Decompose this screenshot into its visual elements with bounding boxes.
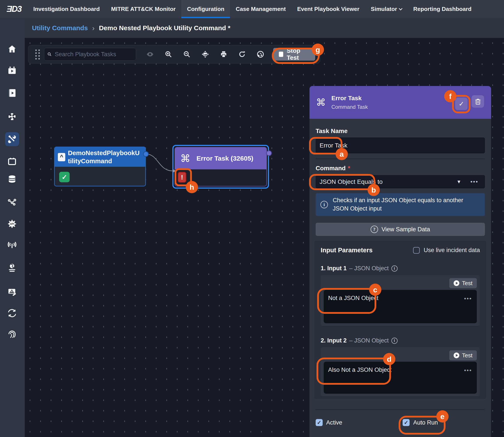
annotation-box-b [309, 174, 375, 190]
nav-investigation-dashboard[interactable]: Investigation Dashboard [28, 0, 105, 18]
print-icon[interactable] [220, 50, 227, 58]
panel-title: Error Task [331, 95, 368, 102]
command-icon: ⌘ [316, 98, 326, 107]
annotation-badge-e: e [436, 410, 449, 423]
breadcrumb-chevron-icon: › [92, 24, 95, 32]
node2-header: ⌘ Error Task (32605) [175, 148, 266, 169]
trash-icon [475, 98, 481, 105]
left-sidebar: API [0, 18, 25, 437]
info-icon[interactable]: i [391, 265, 398, 272]
info-icon: i [320, 201, 328, 208]
annotation-box-c [317, 288, 376, 314]
sidebar-fingerprint-icon[interactable] [5, 327, 19, 341]
page-title: Demo Nested Playbook Utility Command * [99, 24, 230, 32]
node-demo-nested-playbook-utility-command[interactable]: ^ DemoNestedPlaybookUtilityCommand ✓ [54, 147, 146, 187]
node2-output-port[interactable] [266, 150, 272, 156]
panel-subtitle: Command Task [331, 104, 368, 110]
param1-more-icon[interactable]: ••• [464, 295, 472, 302]
sidebar-playbook-schedule-icon[interactable] [5, 63, 19, 78]
nav-reporting-dashboard[interactable]: Reporting Dashboard [408, 0, 477, 18]
annotation-badge-c: c [369, 284, 381, 296]
sidebar-playbook-library-icon[interactable] [5, 86, 19, 100]
param2-more-icon[interactable]: ••• [464, 367, 472, 374]
param1-test-button[interactable]: Test [449, 278, 477, 288]
view-sample-data-label: View Sample Data [381, 226, 430, 233]
param2-test-button[interactable]: Test [449, 350, 477, 360]
search-icon [47, 51, 52, 58]
nav-case-management[interactable]: Case Management [230, 0, 291, 18]
breadcrumb-utility-commands-link[interactable]: Utility Commands [32, 24, 88, 32]
sidebar-incident-report-icon[interactable] [5, 285, 19, 299]
node1-output-port[interactable] [143, 151, 149, 157]
divider [316, 409, 485, 410]
required-asterisk: * [348, 165, 350, 172]
sidebar-home-icon[interactable] [5, 42, 19, 56]
annotation-box-d [317, 358, 391, 385]
sidebar-integrations-icon[interactable] [5, 110, 19, 124]
nav-simulator-label: Simulator [371, 6, 397, 12]
use-live-incident-data-checkbox[interactable] [413, 247, 420, 254]
command-description-text: Checks if an input JSON Object equals to… [333, 196, 480, 213]
success-status-icon: ✓ [59, 172, 70, 182]
info-icon[interactable]: i [391, 338, 398, 344]
nav-simulator[interactable]: Simulator [365, 0, 408, 18]
eye-icon[interactable] [146, 50, 154, 58]
sidebar-connections-icon[interactable] [5, 195, 19, 209]
question-icon: ? [370, 226, 378, 233]
param1-label: 1. Input 1 – JSON Object i [321, 265, 398, 272]
view-sample-data-button[interactable]: ? View Sample Data [316, 223, 485, 236]
active-toggle[interactable]: ✓ Active [316, 419, 342, 426]
node2-title: Error Task (32605) [196, 155, 253, 162]
sidebar-utility-commands-icon[interactable] [5, 132, 19, 146]
zoom-out-icon[interactable] [183, 50, 191, 58]
delete-task-button[interactable] [472, 95, 484, 108]
play-icon [454, 353, 459, 358]
annotation-badge-b: b [368, 184, 380, 196]
sidebar-web-services-icon[interactable] [5, 261, 19, 275]
input-parameters-title: Input Parameters [321, 247, 373, 254]
annotation-badge-h: h [186, 181, 198, 193]
nav-mitre-attck-monitor[interactable]: MITRE ATT&CK Monitor [105, 0, 181, 18]
node1-header: ^ DemoNestedPlaybookUtilityCommand [55, 147, 145, 167]
sidebar-sync-icon[interactable] [5, 306, 19, 320]
refresh-icon[interactable] [238, 50, 246, 58]
caret-down-icon[interactable]: ▼ [456, 179, 461, 185]
annotation-badge-f: f [444, 90, 456, 102]
sidebar-api-settings-icon[interactable]: API [5, 217, 19, 231]
active-label: Active [326, 419, 342, 426]
command-label: Command* [316, 165, 350, 172]
sidebar-data-management-icon[interactable] [5, 172, 19, 186]
annotation-badge-g: g [312, 44, 324, 56]
command-more-icon[interactable]: ••• [471, 178, 478, 185]
test-label: Test [462, 352, 473, 359]
svg-text:API: API [10, 223, 14, 225]
task-name-label: Task Name [316, 128, 348, 135]
play-icon [454, 280, 459, 286]
zoom-in-icon[interactable] [165, 50, 172, 58]
fit-to-screen-icon[interactable] [201, 50, 209, 58]
command-description: i Checks if an input JSON Object equals … [316, 193, 485, 216]
top-nav: ƎD3 Investigation Dashboard MITRE ATT&CK… [0, 0, 504, 18]
command-icon: ⌘ [180, 153, 190, 163]
app-window: ƎD3 Investigation Dashboard MITRE ATT&CK… [0, 0, 504, 437]
nested-playbook-icon: ^ [58, 153, 65, 161]
annotation-badge-a: a [336, 148, 348, 160]
chevron-down-icon [399, 7, 402, 10]
globe-icon[interactable] [257, 50, 264, 58]
search-playbook-tasks [44, 48, 136, 61]
breadcrumb: Utility Commands › Demo Nested Playbook … [25, 18, 504, 38]
sidebar-calendar-icon[interactable] [5, 155, 19, 169]
d3-logo[interactable]: ƎD3 [0, 0, 28, 18]
param2-label: 2. Input 2 – JSON Object i [321, 337, 398, 344]
test-label: Test [462, 280, 473, 287]
active-checkbox[interactable]: ✓ [316, 419, 323, 426]
sidebar-broadcast-icon[interactable] [5, 238, 19, 252]
search-input[interactable] [54, 51, 133, 58]
drag-handle-icon[interactable] [35, 49, 40, 59]
nav-event-playbook-viewer[interactable]: Event Playbook Viewer [291, 0, 365, 18]
node1-title: DemoNestedPlaybookUtilityCommand [68, 149, 140, 165]
use-live-incident-data-label: Use live incident data [424, 247, 480, 254]
nav-configuration[interactable]: Configuration [181, 0, 230, 18]
annotation-badge-d: d [383, 353, 395, 365]
